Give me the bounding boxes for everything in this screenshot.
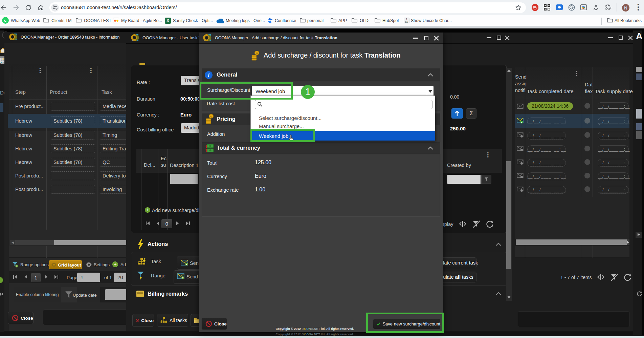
svg-text:o: o xyxy=(256,51,258,55)
svg-text:o: o xyxy=(210,115,212,118)
